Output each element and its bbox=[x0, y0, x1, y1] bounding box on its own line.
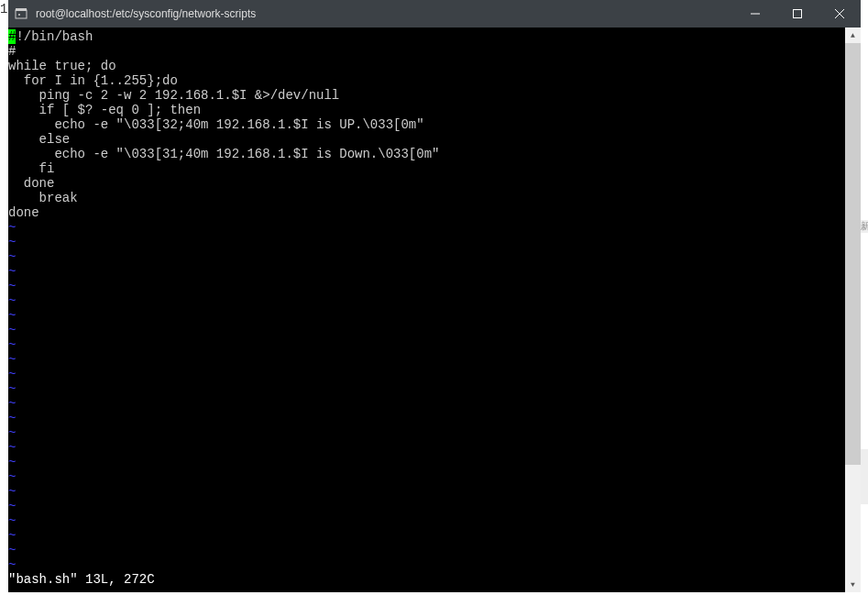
vim-editor[interactable]: #!/bin/bash#while true; do for I in {1..… bbox=[8, 28, 845, 592]
vim-tilde-line: ~ bbox=[8, 249, 845, 264]
vim-tilde-line: ~ bbox=[8, 264, 845, 279]
svg-rect-1 bbox=[16, 8, 27, 11]
gutter-line-number: 1 bbox=[0, 2, 7, 17]
vim-tilde-line: ~ bbox=[8, 293, 845, 308]
code-line: for I in {1..255};do bbox=[8, 73, 845, 88]
code-line: done bbox=[8, 205, 845, 220]
vim-tilde-line: ~ bbox=[8, 557, 845, 572]
code-line: echo -e "\033[31;40m 192.168.1.$I is Dow… bbox=[8, 147, 845, 161]
right-edge-mark: 新 bbox=[861, 220, 868, 233]
external-gutter: 1 bbox=[0, 0, 8, 595]
svg-point-2 bbox=[18, 14, 20, 16]
svg-rect-4 bbox=[794, 10, 802, 18]
vim-tilde-line: ~ bbox=[8, 308, 845, 323]
vim-tilde-line: ~ bbox=[8, 352, 845, 367]
app-icon bbox=[14, 6, 28, 21]
code-line: else bbox=[8, 132, 845, 147]
code-line: done bbox=[8, 176, 845, 191]
vertical-scrollbar[interactable]: ▲ ▼ bbox=[845, 28, 861, 592]
vim-tilde-line: ~ bbox=[8, 396, 845, 411]
code-line: break bbox=[8, 191, 845, 205]
code-line: fi bbox=[8, 161, 845, 176]
right-edge: 新 bbox=[861, 0, 868, 595]
svg-rect-0 bbox=[16, 10, 27, 18]
vim-tilde-line: ~ bbox=[8, 528, 845, 543]
vim-status-line: "bash.sh" 13L, 272C bbox=[8, 572, 845, 587]
vim-tilde-line: ~ bbox=[8, 455, 845, 469]
right-edge-mark bbox=[861, 449, 868, 504]
scroll-down-button[interactable]: ▼ bbox=[845, 577, 861, 592]
vim-tilde-line: ~ bbox=[8, 381, 845, 396]
vim-tilde-line: ~ bbox=[8, 220, 845, 235]
shebang-line: #!/bin/bash bbox=[8, 29, 845, 44]
vim-tilde-line: ~ bbox=[8, 411, 845, 425]
code-line: echo -e "\033[32;40m 192.168.1.$I is UP.… bbox=[8, 117, 845, 132]
scroll-thumb[interactable] bbox=[845, 43, 861, 465]
vim-tilde-line: ~ bbox=[8, 323, 845, 337]
code-line: ping -c 2 -w 2 192.168.1.$I &>/dev/null bbox=[8, 88, 845, 103]
window-controls bbox=[734, 0, 861, 28]
vim-tilde-line: ~ bbox=[8, 367, 845, 381]
titlebar[interactable]: root@localhost:/etc/sysconfig/network-sc… bbox=[8, 0, 861, 28]
vim-tilde-line: ~ bbox=[8, 513, 845, 528]
code-line: if [ $? -eq 0 ]; then bbox=[8, 103, 845, 117]
maximize-button[interactable] bbox=[776, 0, 819, 28]
vim-tilde-line: ~ bbox=[8, 279, 845, 293]
vim-tilde-line: ~ bbox=[8, 543, 845, 557]
vim-tilde-line: ~ bbox=[8, 484, 845, 499]
minimize-button[interactable] bbox=[734, 0, 776, 28]
vim-tilde-line: ~ bbox=[8, 425, 845, 440]
vim-tilde-line: ~ bbox=[8, 499, 845, 513]
vim-tilde-line: ~ bbox=[8, 235, 845, 249]
vim-tilde-line: ~ bbox=[8, 440, 845, 455]
close-button[interactable] bbox=[819, 0, 861, 28]
shebang-text: !/bin/bash bbox=[16, 29, 93, 44]
code-line: # bbox=[8, 44, 845, 59]
terminal-area: #!/bin/bash#while true; do for I in {1..… bbox=[8, 28, 861, 592]
vim-tilde-line: ~ bbox=[8, 469, 845, 484]
code-line: while true; do bbox=[8, 59, 845, 73]
window-title: root@localhost:/etc/sysconfig/network-sc… bbox=[36, 7, 734, 20]
vim-tilde-line: ~ bbox=[8, 337, 845, 352]
scroll-up-button[interactable]: ▲ bbox=[845, 28, 861, 43]
terminal-window: root@localhost:/etc/sysconfig/network-sc… bbox=[8, 0, 861, 592]
